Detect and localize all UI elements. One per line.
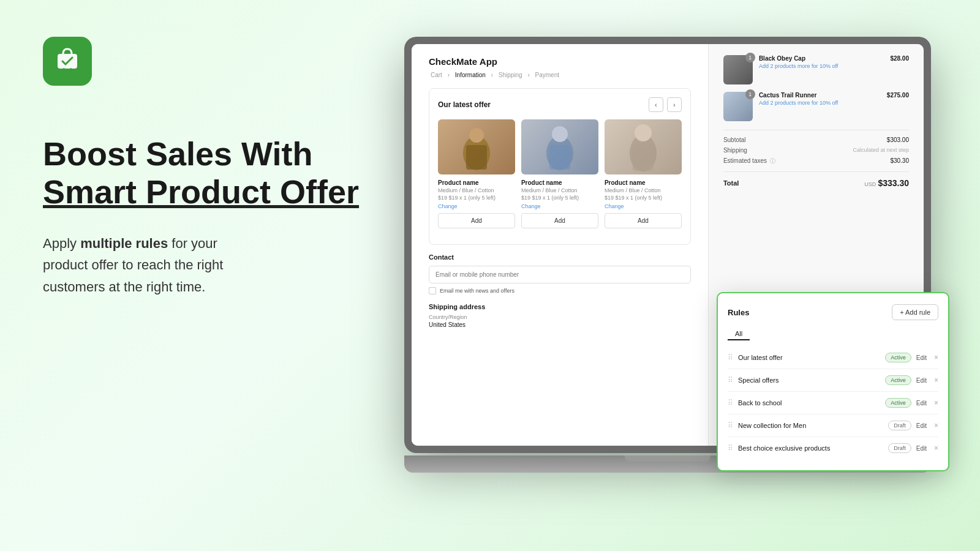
- left-section: Boost Sales With Smart Product Offer App…: [43, 135, 361, 298]
- subtotal-row: Subtotal $303.00: [723, 137, 909, 143]
- product-name-2: Product name: [521, 179, 598, 186]
- product-change-1[interactable]: Change: [438, 203, 515, 209]
- newsletter-checkbox[interactable]: [429, 287, 436, 294]
- breadcrumb-information: Information: [455, 72, 486, 78]
- item-offer-link-2[interactable]: Add 2 products more for 10% off: [759, 100, 881, 106]
- taxes-label: Estimated taxes ⓘ: [723, 157, 775, 165]
- product-card-1: Product name Medium / Blue / Cotton $19 …: [438, 119, 515, 228]
- product-image-3: [605, 119, 682, 174]
- product-change-2[interactable]: Change: [521, 203, 598, 209]
- subtotal-label: Subtotal: [723, 137, 746, 143]
- subtext-prefix: Apply: [43, 236, 80, 251]
- total-currency: USD: [864, 181, 876, 187]
- product-price-2: $19 $19 x 1 (only 5 left): [521, 195, 598, 201]
- headline: Boost Sales With Smart Product Offer: [43, 135, 361, 211]
- total-label: Total: [723, 179, 739, 187]
- rule-close-0[interactable]: ×: [934, 353, 938, 362]
- rule-edit-4[interactable]: Edit: [916, 445, 927, 452]
- rule-item-2: ⠿ Back to school Active Edit ×: [728, 392, 938, 414]
- product-image-1: [438, 119, 515, 174]
- newsletter-label: Email me with news and offers: [440, 288, 514, 294]
- tab-all[interactable]: All: [728, 328, 750, 340]
- nav-arrows: ‹ ›: [649, 97, 682, 112]
- rule-status-1: Active: [885, 375, 911, 385]
- item-image-2: 1: [723, 92, 753, 121]
- item-name-2: Cactus Trail Runner: [759, 92, 881, 99]
- breadcrumb-payment: Payment: [535, 72, 559, 78]
- rule-close-3[interactable]: ×: [934, 421, 938, 430]
- breadcrumb-cart: Cart: [431, 72, 442, 78]
- next-arrow[interactable]: ›: [667, 97, 682, 112]
- offer-section: Our latest offer ‹ ›: [429, 88, 691, 245]
- product-change-3[interactable]: Change: [605, 203, 682, 209]
- svg-point-2: [469, 128, 484, 143]
- item-details-1: Black Obey Cap Add 2 products more for 1…: [759, 55, 884, 70]
- breadcrumb-sep3: ›: [527, 72, 531, 78]
- contact-section: Contact Email me with news and offers: [429, 253, 691, 294]
- subtext-bold: multiple rules: [80, 236, 168, 251]
- email-input[interactable]: [429, 266, 691, 283]
- rule-close-4[interactable]: ×: [934, 444, 938, 452]
- rule-close-2[interactable]: ×: [934, 399, 938, 407]
- rule-name-4: Best choice exclusive products: [738, 444, 883, 452]
- product-add-btn-3[interactable]: Add: [605, 213, 682, 228]
- rules-header: Rules + Add rule: [728, 304, 938, 320]
- divider-2: [723, 171, 909, 172]
- product-name-1: Product name: [438, 179, 515, 186]
- product-name-3: Product name: [605, 179, 682, 186]
- prev-arrow[interactable]: ‹: [649, 97, 663, 112]
- drag-handle-0[interactable]: ⠿: [728, 353, 733, 362]
- breadcrumb-shipping: Shipping: [499, 72, 522, 78]
- rule-status-3: Draft: [888, 421, 911, 430]
- shipping-value: Calculated at next step: [853, 147, 909, 154]
- subtext: Apply multiple rules for yourproduct off…: [43, 233, 361, 298]
- taxes-value: $30.30: [890, 157, 909, 165]
- subtotal-value: $303.00: [887, 137, 909, 143]
- rule-edit-3[interactable]: Edit: [916, 422, 927, 429]
- shipping-row: Shipping Calculated at next step: [723, 147, 909, 154]
- rule-name-1: Special offers: [738, 377, 880, 384]
- drag-handle-1[interactable]: ⠿: [728, 376, 733, 384]
- product-add-btn-2[interactable]: Add: [521, 213, 598, 228]
- taxes-info-icon: ⓘ: [770, 158, 775, 164]
- total-amount: $333.30: [878, 178, 909, 188]
- drag-handle-3[interactable]: ⠿: [728, 421, 733, 430]
- svg-rect-9: [633, 145, 654, 171]
- breadcrumb-sep1: ›: [448, 72, 451, 78]
- shipping-title: Shipping address: [429, 303, 691, 310]
- logo-icon: [54, 45, 81, 78]
- logo-box: [43, 37, 92, 86]
- item-offer-link-1[interactable]: Add 2 products more for 10% off: [759, 63, 884, 69]
- rule-item-4: ⠿ Best choice exclusive products Draft E…: [728, 437, 938, 459]
- taxes-row: Estimated taxes ⓘ $30.30: [723, 157, 909, 165]
- rule-item-1: ⠿ Special offers Active Edit ×: [728, 369, 938, 392]
- rule-edit-1[interactable]: Edit: [916, 377, 927, 384]
- product-variant-1: Medium / Blue / Cotton: [438, 187, 515, 193]
- add-rule-button[interactable]: + Add rule: [892, 304, 938, 320]
- product-variant-3: Medium / Blue / Cotton: [605, 187, 682, 193]
- app-title: CheckMate App: [429, 56, 691, 67]
- order-items: 1 Black Obey Cap Add 2 products more for…: [723, 55, 909, 121]
- product-price-1: $19 $19 x 1 (only 5 left): [438, 195, 515, 201]
- product-add-btn-1[interactable]: Add: [438, 213, 515, 228]
- contact-title: Contact: [429, 253, 691, 261]
- rules-title: Rules: [728, 308, 749, 317]
- logo-container: [43, 37, 92, 86]
- order-item-1: 1 Black Obey Cap Add 2 products more for…: [723, 55, 909, 84]
- drag-handle-4[interactable]: ⠿: [728, 444, 733, 452]
- item-badge-1: 1: [745, 53, 755, 62]
- offer-title: Our latest offer: [438, 100, 491, 109]
- product-image-2: [521, 119, 598, 174]
- products-grid: Product name Medium / Blue / Cotton $19 …: [438, 119, 682, 228]
- rule-close-1[interactable]: ×: [934, 376, 938, 384]
- rule-edit-2[interactable]: Edit: [916, 400, 927, 407]
- order-item-2: 1 Cactus Trail Runner Add 2 products mor…: [723, 92, 909, 121]
- product-price-3: $19 $19 x 1 (only 5 left): [605, 195, 682, 201]
- shipping-label: Shipping: [723, 147, 747, 154]
- item-name-1: Black Obey Cap: [759, 55, 884, 62]
- laptop-notch: [625, 455, 710, 462]
- rule-status-0: Active: [885, 353, 911, 362]
- drag-handle-2[interactable]: ⠿: [728, 399, 733, 407]
- rule-edit-0[interactable]: Edit: [916, 354, 927, 361]
- headline-line1: Boost Sales With: [43, 135, 313, 172]
